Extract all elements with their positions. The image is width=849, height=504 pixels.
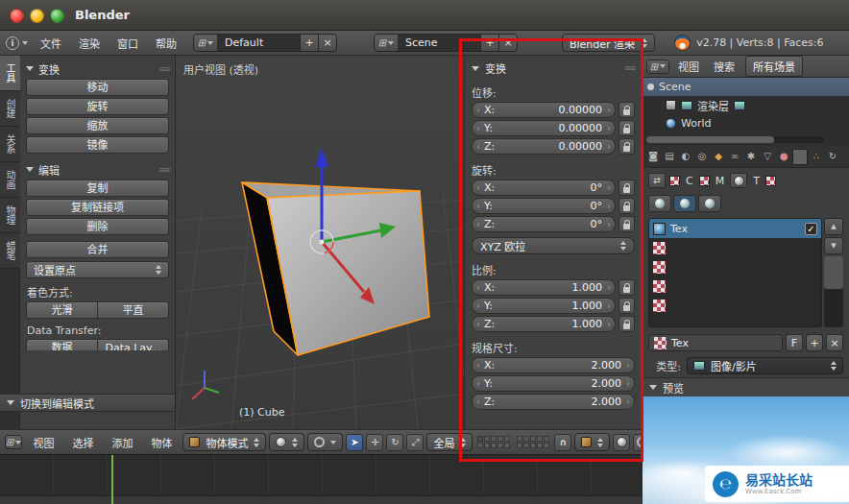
timeline-editor[interactable] [0, 454, 642, 504]
shade-smooth-button[interactable]: 光滑 [26, 301, 98, 319]
layer-grid-right[interactable] [517, 436, 549, 448]
scale-y-field[interactable]: Y: 1.000 [472, 298, 616, 314]
texture-list-scrollbar[interactable] [824, 256, 843, 327]
preview-panel-header[interactable]: 预览 [643, 377, 849, 396]
tab-grease-pencil[interactable]: 蜡笔 [0, 233, 20, 269]
screen-layout-value[interactable]: Default [217, 35, 300, 51]
duplicate-linked-button[interactable]: 复制链接项 [26, 199, 169, 216]
scale-z-field[interactable]: Z: 1.000 [472, 316, 616, 332]
brush-texture-context-button[interactable] [698, 195, 721, 212]
join-button[interactable]: 合并 [26, 241, 169, 258]
increment-arrow-icon[interactable] [607, 318, 611, 331]
world-texture-context-button[interactable] [648, 195, 671, 212]
menu-object[interactable]: 物体 [143, 435, 180, 450]
dimensions-z-field[interactable]: Z: 2.000 [472, 394, 635, 410]
decrement-arrow-icon[interactable] [476, 281, 480, 295]
transform-panel-header[interactable]: 变换 [26, 60, 169, 77]
menu-help[interactable]: 帮助 [147, 33, 185, 54]
outliner-item-scene[interactable]: Scene [643, 78, 849, 96]
lock-scale-x-button[interactable] [619, 279, 635, 296]
lock-rotation-z-button[interactable] [619, 216, 635, 232]
set-origin-dropdown[interactable]: 设置原点 [26, 261, 169, 278]
increment-arrow-icon[interactable] [607, 281, 611, 295]
menu-select[interactable]: 选择 [64, 435, 101, 450]
outliner-horizontal-scrollbar[interactable] [646, 136, 824, 143]
data-layout-button[interactable]: Data Lay... [98, 339, 169, 350]
decrement-arrow-icon[interactable] [476, 200, 480, 213]
scale-x-field[interactable]: X: 1.000 [472, 279, 616, 296]
new-texture-button[interactable] [806, 334, 823, 351]
add-scene-button[interactable] [480, 35, 498, 51]
tab-relations[interactable]: 关系 [0, 127, 20, 162]
cube-object[interactable] [242, 182, 429, 355]
dimensions-y-field[interactable]: Y: 2.000 [472, 375, 635, 392]
tab-texture[interactable] [792, 149, 808, 165]
rotation-y-field[interactable]: Y: 0° [472, 198, 616, 214]
dimensions-x-field[interactable]: X: 2.000 [472, 357, 635, 373]
outliner-view-menu[interactable]: 视图 [672, 57, 705, 76]
tab-tools[interactable]: 工具 [0, 56, 20, 91]
render-engine-dropdown[interactable]: Blender 渲染 [562, 34, 655, 52]
lock-location-y-button[interactable] [619, 120, 635, 136]
move-slot-up-button[interactable] [824, 218, 843, 235]
viewport-shading-dropdown[interactable] [269, 433, 304, 451]
tab-create[interactable]: 创建 [0, 91, 20, 127]
tab-material[interactable] [776, 149, 791, 165]
tab-object-data[interactable] [760, 149, 775, 165]
scene-name-value[interactable]: Scene [398, 35, 480, 51]
manipulator-toggle-button[interactable] [346, 434, 363, 451]
transform-panel-header[interactable]: 变换 [472, 60, 635, 77]
menu-window[interactable]: 窗口 [109, 33, 147, 54]
tab-constraints[interactable] [727, 149, 742, 165]
texture-type-dropdown[interactable]: 图像/影片 [687, 357, 843, 374]
tab-physics[interactable]: 物理 [0, 198, 20, 233]
texture-slot-active[interactable]: Tex [649, 219, 821, 238]
mode-dropdown[interactable]: 物体模式 [182, 433, 266, 451]
scale-button[interactable]: 缩放 [26, 117, 169, 134]
shade-flat-button[interactable]: 平直 [98, 301, 169, 319]
tab-object[interactable] [711, 149, 726, 165]
viewport-editor-type-button[interactable] [5, 435, 22, 449]
decrement-arrow-icon[interactable] [476, 218, 480, 231]
tab-render[interactable] [645, 149, 661, 165]
viewport-3d[interactable]: 用户视图 (透视) (1) Cube [176, 56, 464, 429]
decrement-arrow-icon[interactable] [476, 359, 480, 372]
screen-browse-button[interactable] [194, 35, 217, 51]
current-frame-cursor[interactable] [111, 455, 113, 504]
render-opengl-anim-button[interactable] [633, 434, 642, 451]
delete-screen-button[interactable] [318, 35, 336, 51]
edit-mode-toggle-bar[interactable]: 切换到编辑模式 [0, 394, 175, 412]
increment-arrow-icon[interactable] [607, 181, 611, 195]
menu-render[interactable]: 渲染 [70, 33, 109, 54]
close-window-button[interactable] [10, 9, 24, 23]
texture-enable-checkbox[interactable] [805, 223, 817, 235]
fake-user-button[interactable]: F [786, 334, 803, 351]
menu-add[interactable]: 添加 [104, 435, 140, 450]
decrement-arrow-icon[interactable] [476, 104, 480, 117]
lock-scale-z-button[interactable] [619, 316, 635, 332]
tab-render-layers[interactable] [662, 149, 677, 165]
location-z-field[interactable]: Z: 0.00000 [472, 138, 616, 155]
increment-arrow-icon[interactable] [607, 140, 611, 154]
lock-scale-y-button[interactable] [619, 298, 635, 314]
layer-grid-left[interactable] [477, 436, 510, 448]
increment-arrow-icon[interactable] [607, 218, 611, 231]
move-button[interactable]: 移动 [26, 79, 169, 96]
lock-location-z-button[interactable] [619, 138, 635, 155]
increment-arrow-icon[interactable] [626, 377, 630, 391]
duplicate-button[interactable]: 复制 [26, 180, 169, 197]
menu-file[interactable]: 文件 [32, 33, 70, 54]
lock-rotation-x-button[interactable] [619, 180, 635, 196]
delete-scene-button[interactable] [498, 35, 517, 51]
outliner-search-menu[interactable]: 搜索 [708, 57, 740, 76]
outliner-item-world[interactable]: World [643, 114, 849, 132]
rotation-x-field[interactable]: X: 0° [472, 180, 616, 196]
decrement-arrow-icon[interactable] [476, 300, 480, 313]
info-menu-button[interactable] [6, 36, 28, 50]
lock-rotation-y-button[interactable] [619, 198, 635, 214]
texture-slot-empty[interactable] [649, 257, 821, 276]
decrement-arrow-icon[interactable] [476, 377, 480, 391]
snap-magnet-button[interactable] [554, 434, 571, 451]
rotate-manipulator-button[interactable] [386, 434, 403, 451]
minimize-window-button[interactable] [30, 9, 44, 23]
